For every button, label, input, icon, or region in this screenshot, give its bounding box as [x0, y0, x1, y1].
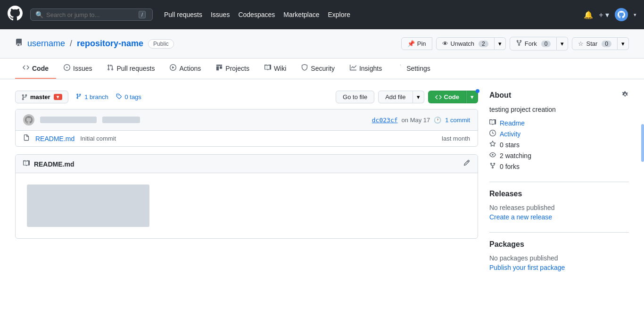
public-badge: Public	[148, 39, 174, 49]
github-logo[interactable]	[8, 6, 23, 24]
tab-code-label: Code	[32, 65, 49, 72]
tab-pull-requests[interactable]: Pull requests	[99, 59, 162, 79]
commit-row: dc023cf on May 17 🕐 1 commit	[16, 109, 478, 131]
activity-link-icon	[489, 130, 496, 138]
commit-history-icon: 🕐	[434, 117, 441, 124]
tab-settings[interactable]: Settings	[389, 59, 438, 79]
tab-projects[interactable]: Projects	[208, 59, 257, 79]
scrollbar[interactable]	[641, 124, 644, 162]
user-avatar[interactable]	[615, 8, 628, 21]
tab-insights[interactable]: Insights	[342, 59, 389, 79]
releases-header: Releases	[489, 190, 629, 198]
watch-caret-button[interactable]: ▾	[495, 37, 506, 50]
add-file-group: Add file ▾	[378, 91, 424, 103]
about-title: About	[489, 91, 511, 100]
tab-actions[interactable]: Actions	[162, 59, 208, 79]
commit-meta: dc023cf on May 17 🕐 1 commit	[372, 117, 470, 124]
watch-button[interactable]: 👁 Unwatch 2	[436, 37, 495, 50]
star-button[interactable]: ☆ Star 0	[572, 37, 618, 50]
notifications-button[interactable]: 🔔	[584, 10, 593, 19]
watching-stat: 2 watching	[489, 151, 629, 159]
search-box[interactable]: 🔍 /	[30, 8, 153, 21]
create-release-link[interactable]: Create a new release	[489, 213, 629, 221]
tab-projects-label: Projects	[225, 65, 249, 72]
releases-title: Releases	[489, 190, 522, 198]
code-button[interactable]: Code	[428, 91, 467, 103]
add-file-button[interactable]: Add file	[378, 91, 413, 103]
repo-name-link[interactable]: repository-name	[77, 39, 143, 49]
nav-issues[interactable]: Issues	[211, 11, 230, 18]
projects-icon	[216, 64, 223, 72]
nav-explore[interactable]: Explore	[328, 11, 350, 18]
tab-issues-label: Issues	[73, 65, 92, 72]
pin-icon: 📌	[407, 40, 415, 47]
branch-count-link[interactable]: 1 branch	[76, 93, 108, 101]
add-file-caret[interactable]: ▾	[413, 91, 424, 103]
fork-icon	[516, 40, 522, 48]
packages-header: Packages	[489, 240, 629, 249]
readme-link[interactable]: Readme	[489, 119, 629, 127]
fork-button[interactable]: Fork 0	[510, 37, 557, 50]
nav-marketplace[interactable]: Marketplace	[283, 11, 319, 18]
top-nav-links: Pull requests Issues Codespaces Marketpl…	[164, 11, 350, 18]
fork-group: Fork 0 ▾	[510, 37, 569, 50]
tab-issues[interactable]: Issues	[56, 59, 99, 79]
about-section: About testing project creation Readme	[489, 91, 629, 170]
repo-actions: 📌 Pin 👁 Unwatch 2 ▾ Fork 0 ▾	[401, 37, 629, 50]
forks-stat: 0 forks	[489, 162, 629, 170]
readme-placeholder-image	[27, 184, 149, 227]
new-item-button[interactable]: + ▾	[599, 10, 609, 19]
issues-icon	[64, 64, 70, 72]
commit-hash-link[interactable]: dc023cf	[372, 117, 398, 124]
repo-title-area: username / repository-name Public	[15, 39, 174, 49]
nav-codespaces[interactable]: Codespaces	[238, 11, 275, 18]
publish-package-link[interactable]: Publish your first package	[489, 264, 629, 271]
insights-icon	[350, 64, 356, 72]
file-time: last month	[442, 135, 470, 142]
commit-avatar	[23, 114, 34, 126]
file-name-link[interactable]: README.md	[35, 135, 74, 142]
branch-bar: master ▼ 1 branch 0 tags	[15, 91, 478, 103]
readme-edit-button[interactable]	[463, 159, 470, 168]
code-button-group: Code ▾	[428, 91, 479, 103]
repo-description: testing project creation	[489, 106, 629, 113]
pr-icon	[107, 64, 114, 72]
star-icon: ☆	[578, 40, 584, 47]
eye-icon: 👁	[442, 40, 448, 47]
security-icon	[301, 64, 308, 72]
tab-wiki[interactable]: Wiki	[257, 59, 294, 79]
commit-date: on May 17	[402, 117, 430, 124]
tab-code[interactable]: Code	[15, 59, 56, 79]
about-settings-button[interactable]	[621, 91, 629, 100]
avatar-caret[interactable]: ▾	[634, 12, 636, 18]
activity-link[interactable]: Activity	[489, 130, 629, 138]
goto-file-button[interactable]: Go to file	[336, 91, 374, 103]
sidebar-divider-2	[489, 232, 629, 233]
about-header: About	[489, 91, 629, 100]
readme-body	[16, 173, 478, 238]
no-releases-text: No releases published	[489, 204, 629, 211]
branch-left: master ▼ 1 branch 0 tags	[15, 91, 141, 103]
stars-stat: 0 stars	[489, 141, 629, 149]
branch-selector[interactable]: master ▼	[15, 91, 68, 103]
repo-separator: /	[70, 39, 72, 49]
star-caret-button[interactable]: ▾	[618, 37, 629, 50]
repo-owner-link[interactable]: username	[27, 39, 65, 49]
tab-security[interactable]: Security	[294, 59, 342, 79]
table-row: README.md Initial commit last month	[16, 131, 478, 146]
repo-sidebar: About testing project creation Readme	[489, 91, 629, 283]
slash-shortcut: /	[139, 11, 146, 18]
code-dot-indicator	[476, 89, 479, 93]
repo-header: username / repository-name Public 📌 Pin …	[0, 29, 644, 59]
tab-security-label: Security	[311, 65, 335, 72]
search-input[interactable]	[46, 11, 136, 18]
watching-icon	[489, 151, 496, 159]
fork-caret-button[interactable]: ▾	[557, 37, 568, 50]
pin-button[interactable]: 📌 Pin	[401, 37, 432, 50]
commit-count-link[interactable]: 1 commit	[445, 117, 470, 124]
tag-count-link[interactable]: 0 tags	[116, 93, 141, 101]
commit-desc	[102, 117, 140, 123]
sidebar-divider-1	[489, 182, 629, 182]
search-icon: 🔍	[35, 11, 43, 18]
nav-pull-requests[interactable]: Pull requests	[164, 11, 202, 18]
